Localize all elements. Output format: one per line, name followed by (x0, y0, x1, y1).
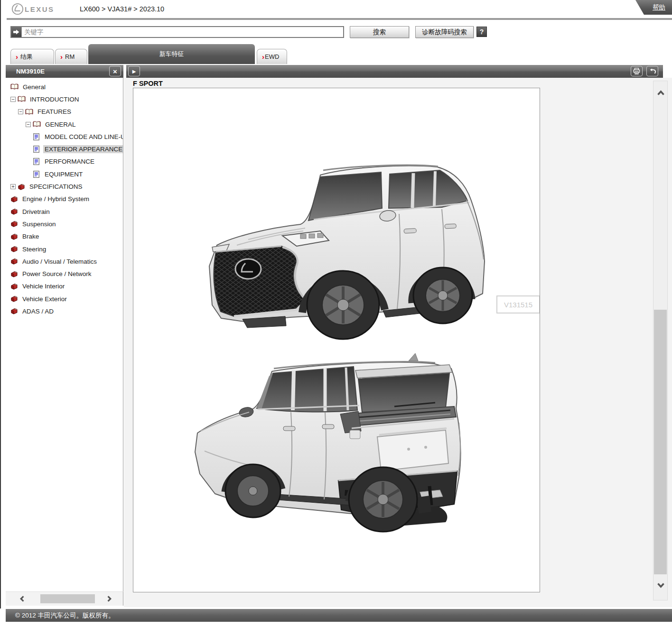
tree-item[interactable]: EXTERIOR APPEARANCE (6, 143, 123, 155)
search-button[interactable]: 搜索 (350, 26, 409, 38)
lexus-logo: LEXUS (11, 3, 67, 15)
scroll-left-icon[interactable] (19, 595, 26, 604)
tree-item[interactable]: +SPECIFICATIONS (6, 180, 123, 193)
tree-item[interactable]: Suspension (6, 218, 123, 230)
copyright-bar: © 2012 丰田汽车公司。版权所有。 (6, 609, 672, 622)
expand-toggle-icon[interactable]: + (10, 184, 16, 189)
content-vertical-scrollbar[interactable] (653, 81, 668, 600)
tree-item-label: Suspension (21, 220, 57, 228)
closed-book-icon (10, 246, 18, 252)
open-book-icon (10, 83, 19, 90)
closed-book-icon (10, 196, 18, 203)
print-icon[interactable] (631, 66, 643, 76)
tab-ewd[interactable]: ›EWD (257, 49, 287, 64)
sidebar-toolbar: NM3910E × (6, 65, 123, 78)
document-icon (33, 171, 39, 178)
tree-item[interactable]: −FEATURES (6, 106, 123, 118)
open-book-icon (25, 109, 33, 115)
closed-book-icon (10, 271, 18, 277)
rear-view-illustration (171, 351, 504, 546)
question-mark-icon[interactable]: ? (476, 27, 487, 37)
back-arrow-icon[interactable] (646, 66, 658, 76)
tab-new-car-features[interactable]: 新车特征 (88, 44, 255, 64)
breadcrumb: LX600 > VJA31# > 2023.10 (80, 5, 164, 13)
closed-book-icon (10, 233, 18, 240)
tree-item[interactable]: Power Source / Network (6, 267, 123, 280)
dtc-search-button[interactable]: 诊断故障码搜索 (415, 26, 474, 38)
document-pane: F SPORT (124, 78, 672, 607)
tree-item-label: Steering (21, 245, 47, 253)
tree-item-label: FEATURES (36, 108, 73, 116)
chevron-right-icon: › (60, 53, 63, 60)
tree-item[interactable]: Vehicle Interior (6, 280, 123, 293)
tree-item[interactable]: General (6, 81, 123, 93)
tree-item-label: Vehicle Exterior (21, 295, 68, 303)
tree-item[interactable]: ADAS / AD (6, 305, 123, 317)
content-toolbar: ▶ (126, 65, 663, 78)
section-heading: F SPORT (133, 80, 163, 87)
vehicle-figure: V131515 (133, 88, 540, 592)
figure-id-label: V131515 (496, 295, 540, 314)
help-button[interactable]: 帮助 (635, 0, 672, 15)
tree-item-label: Audio / Visual / Telematics (21, 258, 98, 266)
tree-item[interactable]: Steering (6, 243, 123, 255)
scroll-right-icon[interactable] (105, 595, 112, 604)
tree-item-label: General (21, 83, 47, 91)
header: LEXUS LX600 > VJA31# > 2023.10 帮助 (6, 0, 672, 18)
window-left-edge (0, 0, 1, 609)
document-icon (33, 146, 39, 153)
tree-item-label: GENERAL (44, 120, 77, 129)
tree-item[interactable]: EQUIPMENT (6, 168, 123, 180)
closed-book-icon (10, 295, 18, 302)
document-icon (33, 133, 39, 140)
scroll-down-icon[interactable] (657, 582, 665, 590)
tree-item-label: Power Source / Network (21, 270, 93, 278)
vertical-scroll-thumb[interactable] (654, 310, 667, 574)
tree-item-label: PERFORMANCE (43, 157, 96, 166)
tree-item-label: Vehicle Interior (21, 282, 66, 290)
open-book-icon (33, 121, 41, 128)
tab-label: 结果 (20, 53, 33, 61)
tree-item-label: EXTERIOR APPEARANCE (43, 145, 123, 153)
chevron-right-icon: › (262, 53, 264, 60)
tree-item[interactable]: PERFORMANCE (6, 156, 123, 168)
search-box (10, 26, 344, 38)
open-book-icon (18, 96, 26, 102)
tree-item[interactable]: Engine / Hybrid System (6, 193, 123, 205)
document-icon (33, 158, 39, 165)
tree-item-label: ADAS / AD (21, 307, 55, 315)
lexus-wordmark: LEXUS (25, 5, 55, 13)
tree-item[interactable]: Brake (6, 231, 123, 243)
scroll-up-icon[interactable] (657, 90, 665, 98)
closed-book-icon (10, 308, 18, 314)
tab-label: EWD (265, 53, 279, 60)
tree-item-label: EQUIPMENT (43, 170, 84, 178)
tab-results[interactable]: ›结果 (10, 49, 54, 64)
close-icon[interactable]: × (109, 66, 121, 76)
tree-item[interactable]: Drivetrain (6, 205, 123, 218)
closed-book-icon (10, 258, 18, 265)
closed-book-icon (10, 283, 18, 290)
front-view-illustration (176, 152, 504, 342)
collapse-toggle-icon[interactable]: − (10, 97, 16, 102)
navigation-tree: General−INTRODUCTION−FEATURES−GENERALMOD… (6, 78, 123, 591)
tree-item-label: Engine / Hybrid System (21, 195, 91, 203)
expand-panel-icon[interactable]: ▶ (128, 66, 140, 76)
tree-item-label: Brake (21, 232, 40, 240)
closed-book-icon (18, 184, 25, 190)
closed-book-icon (10, 221, 18, 227)
tree-item[interactable]: −GENERAL (6, 118, 123, 130)
sidebar-horizontal-scrollbar[interactable] (6, 591, 123, 606)
manual-code-label: NM3910E (16, 65, 45, 78)
closed-book-icon (10, 208, 18, 215)
tree-item[interactable]: MODEL CODE AND LINE-UP (6, 130, 123, 143)
tab-rm[interactable]: ›RM (55, 49, 87, 64)
collapse-toggle-icon[interactable]: − (26, 122, 31, 127)
collapse-toggle-icon[interactable]: − (18, 109, 23, 114)
header-divider (7, 18, 672, 20)
tree-item[interactable]: Vehicle Exterior (6, 293, 123, 305)
tree-item[interactable]: Audio / Visual / Telematics (6, 255, 123, 267)
search-input[interactable] (22, 27, 343, 37)
tree-item[interactable]: −INTRODUCTION (6, 93, 123, 105)
horizontal-scroll-thumb[interactable] (40, 594, 95, 603)
